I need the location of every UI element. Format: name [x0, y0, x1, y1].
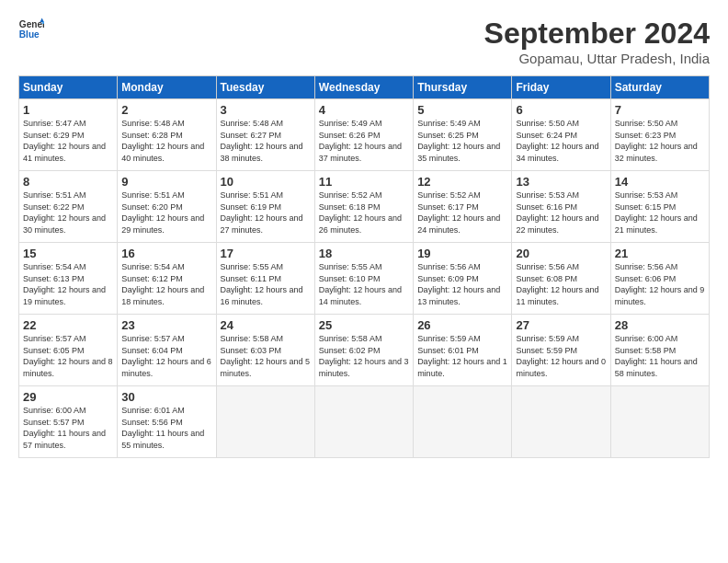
week-row-2: 8Sunrise: 5:51 AMSunset: 6:22 PMDaylight… [19, 171, 710, 243]
day-info: Sunrise: 5:53 AMSunset: 6:16 PMDaylight:… [516, 190, 598, 235]
day-info: Sunrise: 5:51 AMSunset: 6:22 PMDaylight:… [23, 190, 106, 235]
day-info: Sunrise: 5:52 AMSunset: 6:17 PMDaylight:… [417, 190, 500, 235]
header-area: General Blue September 2024 Gopamau, Utt… [18, 17, 710, 66]
day-number: 14 [615, 175, 705, 189]
day-info: Sunrise: 5:58 AMSunset: 6:03 PMDaylight:… [221, 334, 311, 378]
day-cell: 27Sunrise: 5:59 AMSunset: 5:59 PMDayligh… [512, 315, 610, 386]
day-cell [610, 386, 709, 458]
day-number: 8 [23, 175, 113, 189]
day-number: 24 [221, 318, 311, 332]
day-number: 1 [23, 103, 113, 117]
day-cell [314, 386, 413, 458]
day-number: 30 [121, 390, 211, 404]
day-cell: 21Sunrise: 5:56 AMSunset: 6:06 PMDayligh… [610, 243, 709, 315]
day-cell: 15Sunrise: 5:54 AMSunset: 6:13 PMDayligh… [19, 243, 118, 315]
day-cell: 13Sunrise: 5:53 AMSunset: 6:16 PMDayligh… [512, 171, 610, 243]
day-info: Sunrise: 6:01 AMSunset: 5:56 PMDaylight:… [121, 406, 204, 450]
day-number: 17 [221, 247, 311, 260]
page: General Blue September 2024 Gopamau, Utt… [0, 0, 728, 467]
day-info: Sunrise: 5:51 AMSunset: 6:20 PMDaylight:… [121, 190, 204, 235]
week-row-1: 1Sunrise: 5:47 AMSunset: 6:29 PMDaylight… [19, 99, 710, 171]
logo-icon: General Blue [18, 17, 44, 42]
day-info: Sunrise: 5:56 AMSunset: 6:09 PMDaylight:… [417, 262, 500, 306]
week-row-4: 22Sunrise: 5:57 AMSunset: 6:05 PMDayligh… [19, 315, 710, 386]
day-number: 9 [121, 175, 211, 189]
day-number: 5 [417, 103, 507, 117]
day-cell [512, 386, 610, 458]
col-thursday: Thursday [414, 76, 512, 99]
day-number: 22 [23, 318, 113, 332]
location-title: Gopamau, Uttar Pradesh, India [484, 51, 710, 66]
day-cell: 12Sunrise: 5:52 AMSunset: 6:17 PMDayligh… [414, 171, 512, 243]
day-cell: 24Sunrise: 5:58 AMSunset: 6:03 PMDayligh… [216, 315, 314, 386]
title-area: September 2024 Gopamau, Uttar Pradesh, I… [484, 17, 710, 66]
day-cell: 30Sunrise: 6:01 AMSunset: 5:56 PMDayligh… [118, 386, 216, 458]
col-saturday: Saturday [610, 76, 709, 99]
day-number: 25 [319, 318, 409, 332]
day-cell: 29Sunrise: 6:00 AMSunset: 5:57 PMDayligh… [19, 386, 118, 458]
day-number: 2 [121, 103, 211, 117]
day-cell: 20Sunrise: 5:56 AMSunset: 6:08 PMDayligh… [512, 243, 610, 315]
day-number: 6 [516, 103, 606, 117]
day-info: Sunrise: 5:48 AMSunset: 6:28 PMDaylight:… [121, 119, 204, 163]
day-number: 13 [516, 175, 606, 189]
day-cell: 14Sunrise: 5:53 AMSunset: 6:15 PMDayligh… [610, 171, 709, 243]
header-row: Sunday Monday Tuesday Wednesday Thursday… [19, 76, 710, 99]
day-info: Sunrise: 5:47 AMSunset: 6:29 PMDaylight:… [23, 119, 106, 163]
col-tuesday: Tuesday [216, 76, 314, 99]
day-cell: 23Sunrise: 5:57 AMSunset: 6:04 PMDayligh… [118, 315, 216, 386]
day-cell: 17Sunrise: 5:55 AMSunset: 6:11 PMDayligh… [216, 243, 314, 315]
day-cell: 5Sunrise: 5:49 AMSunset: 6:25 PMDaylight… [414, 99, 512, 171]
day-cell: 3Sunrise: 5:48 AMSunset: 6:27 PMDaylight… [216, 99, 314, 171]
col-monday: Monday [118, 76, 216, 99]
day-cell: 19Sunrise: 5:56 AMSunset: 6:09 PMDayligh… [414, 243, 512, 315]
day-info: Sunrise: 5:49 AMSunset: 6:25 PMDaylight:… [417, 119, 500, 163]
day-info: Sunrise: 5:52 AMSunset: 6:18 PMDaylight:… [319, 190, 402, 235]
month-title: September 2024 [484, 17, 710, 51]
day-cell: 8Sunrise: 5:51 AMSunset: 6:22 PMDaylight… [19, 171, 118, 243]
day-info: Sunrise: 5:48 AMSunset: 6:27 PMDaylight:… [221, 119, 303, 163]
day-info: Sunrise: 5:56 AMSunset: 6:06 PMDaylight:… [615, 262, 705, 306]
day-cell: 10Sunrise: 5:51 AMSunset: 6:19 PMDayligh… [216, 171, 314, 243]
day-cell: 9Sunrise: 5:51 AMSunset: 6:20 PMDaylight… [118, 171, 216, 243]
day-info: Sunrise: 5:49 AMSunset: 6:26 PMDaylight:… [319, 119, 402, 163]
day-number: 27 [516, 318, 606, 332]
col-sunday: Sunday [19, 76, 118, 99]
day-cell: 4Sunrise: 5:49 AMSunset: 6:26 PMDaylight… [314, 99, 413, 171]
day-info: Sunrise: 5:55 AMSunset: 6:10 PMDaylight:… [319, 262, 402, 306]
day-cell: 28Sunrise: 6:00 AMSunset: 5:58 PMDayligh… [610, 315, 709, 386]
day-cell: 1Sunrise: 5:47 AMSunset: 6:29 PMDaylight… [19, 99, 118, 171]
day-number: 3 [221, 103, 311, 117]
logo: General Blue [18, 17, 44, 42]
day-info: Sunrise: 5:53 AMSunset: 6:15 PMDaylight:… [615, 190, 698, 235]
day-info: Sunrise: 5:55 AMSunset: 6:11 PMDaylight:… [221, 262, 303, 306]
col-wednesday: Wednesday [314, 76, 413, 99]
day-number: 15 [23, 247, 113, 260]
day-info: Sunrise: 5:57 AMSunset: 6:05 PMDaylight:… [23, 334, 113, 378]
day-info: Sunrise: 5:59 AMSunset: 5:59 PMDaylight:… [516, 334, 606, 378]
day-number: 4 [319, 103, 409, 117]
day-cell: 16Sunrise: 5:54 AMSunset: 6:12 PMDayligh… [118, 243, 216, 315]
day-cell: 26Sunrise: 5:59 AMSunset: 6:01 PMDayligh… [414, 315, 512, 386]
week-row-3: 15Sunrise: 5:54 AMSunset: 6:13 PMDayligh… [19, 243, 710, 315]
day-number: 21 [615, 247, 705, 260]
week-row-5: 29Sunrise: 6:00 AMSunset: 5:57 PMDayligh… [19, 386, 710, 458]
day-cell: 11Sunrise: 5:52 AMSunset: 6:18 PMDayligh… [314, 171, 413, 243]
day-info: Sunrise: 5:59 AMSunset: 6:01 PMDaylight:… [417, 334, 507, 378]
day-info: Sunrise: 6:00 AMSunset: 5:58 PMDaylight:… [615, 334, 698, 378]
day-info: Sunrise: 5:56 AMSunset: 6:08 PMDaylight:… [516, 262, 598, 306]
day-number: 12 [417, 175, 507, 189]
day-cell: 2Sunrise: 5:48 AMSunset: 6:28 PMDaylight… [118, 99, 216, 171]
day-number: 16 [121, 247, 211, 260]
day-number: 28 [615, 318, 705, 332]
day-info: Sunrise: 5:58 AMSunset: 6:02 PMDaylight:… [319, 334, 409, 378]
day-number: 29 [23, 390, 113, 404]
day-number: 19 [417, 247, 507, 260]
day-info: Sunrise: 5:50 AMSunset: 6:24 PMDaylight:… [516, 119, 598, 163]
calendar-table: Sunday Monday Tuesday Wednesday Thursday… [18, 75, 710, 458]
day-info: Sunrise: 5:54 AMSunset: 6:12 PMDaylight:… [121, 262, 204, 306]
day-cell: 6Sunrise: 5:50 AMSunset: 6:24 PMDaylight… [512, 99, 610, 171]
day-number: 10 [221, 175, 311, 189]
svg-text:Blue: Blue [19, 29, 40, 40]
day-number: 23 [121, 318, 211, 332]
